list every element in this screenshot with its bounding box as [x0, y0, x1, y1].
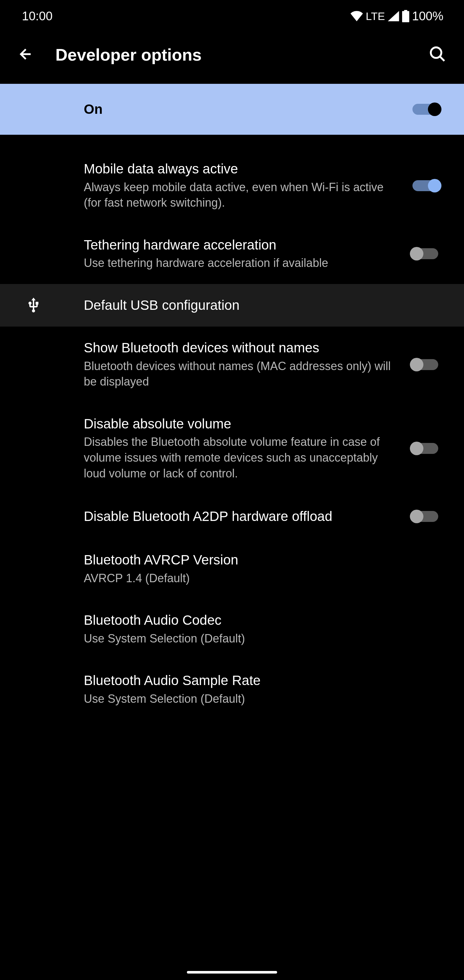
setting-tethering[interactable]: Tethering hardware acceleration Use teth… [0, 224, 464, 284]
setting-title: Bluetooth Audio Codec [84, 612, 443, 629]
toggle-switch[interactable] [407, 244, 443, 263]
setting-title: Disable absolute volume [84, 415, 394, 433]
page-title: Developer options [56, 45, 407, 64]
setting-title: Show Bluetooth devices without names [84, 339, 394, 356]
back-icon[interactable] [17, 46, 34, 64]
svg-point-0 [431, 48, 442, 58]
setting-subtitle: Disables the Bluetooth absolute volume f… [84, 434, 394, 481]
home-indicator[interactable] [187, 971, 277, 974]
setting-title: Mobile data always active [84, 161, 394, 178]
app-bar: Developer options [0, 32, 464, 84]
setting-mobile-data[interactable]: Mobile data always active Always keep mo… [0, 148, 464, 224]
status-right: LTE 100% [350, 10, 443, 23]
navigation-bar [0, 964, 464, 980]
setting-a2dp-offload[interactable]: Disable Bluetooth A2DP hardware offload [0, 494, 464, 539]
setting-title: Bluetooth AVRCP Version [84, 552, 443, 569]
status-bar: 10:00 LTE 100% [0, 0, 464, 32]
setting-subtitle: Use System Selection (Default) [84, 631, 443, 647]
setting-audio-sample-rate[interactable]: Bluetooth Audio Sample Rate Use System S… [0, 659, 464, 719]
toggle-switch[interactable] [407, 439, 443, 458]
network-label: LTE [366, 10, 385, 22]
setting-avrcp-version[interactable]: Bluetooth AVRCP Version AVRCP 1.4 (Defau… [0, 539, 464, 599]
master-toggle-row[interactable]: On [0, 84, 464, 135]
status-time: 10:00 [22, 10, 52, 23]
setting-subtitle: Use System Selection (Default) [84, 691, 443, 707]
toggle-switch[interactable] [407, 355, 443, 374]
search-icon[interactable] [429, 45, 447, 64]
toggle-switch[interactable] [407, 507, 443, 526]
master-toggle-label: On [84, 102, 102, 117]
battery-label: 100% [412, 10, 443, 23]
setting-subtitle: Bluetooth devices without names (MAC add… [84, 358, 394, 390]
setting-usb-config[interactable]: Default USB configuration [0, 284, 464, 327]
setting-title: Tethering hardware acceleration [84, 237, 394, 254]
setting-subtitle: Use tethering hardware acceleration if a… [84, 255, 394, 271]
setting-audio-codec[interactable]: Bluetooth Audio Codec Use System Selecti… [0, 599, 464, 659]
toggle-switch[interactable] [407, 177, 443, 195]
setting-title: Disable Bluetooth A2DP hardware offload [84, 508, 394, 525]
setting-subtitle: AVRCP 1.4 (Default) [84, 571, 443, 586]
wifi-icon [350, 11, 363, 21]
setting-title: Bluetooth Audio Sample Rate [84, 672, 443, 689]
settings-list: Mobile data always active Always keep mo… [0, 135, 464, 720]
usb-icon [17, 297, 84, 313]
setting-absolute-volume[interactable]: Disable absolute volume Disables the Blu… [0, 402, 464, 494]
setting-subtitle: Always keep mobile data active, even whe… [84, 180, 394, 211]
signal-icon [388, 11, 399, 21]
battery-icon [402, 10, 410, 22]
setting-bt-no-names[interactable]: Show Bluetooth devices without names Blu… [0, 326, 464, 402]
setting-title: Default USB configuration [84, 297, 443, 314]
master-toggle-switch[interactable] [407, 100, 443, 119]
